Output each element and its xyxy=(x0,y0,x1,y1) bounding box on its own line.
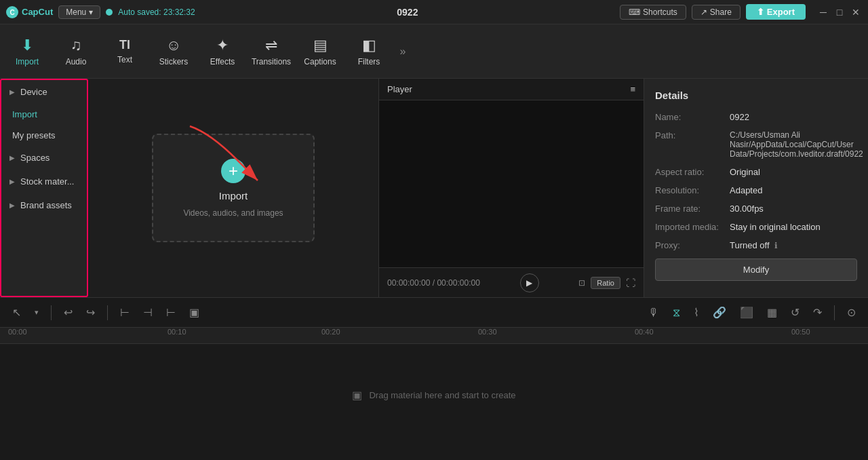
ruler-track: 00:00 00:10 00:20 00:30 00:40 00:50 xyxy=(8,328,860,343)
ratio-button[interactable]: Ratio xyxy=(591,277,620,289)
player-controls: 00:00:00:00 / 00:00:00:00 ▶ ⊡ Ratio ⛶ xyxy=(379,267,644,297)
undo-action-button[interactable]: ↺ xyxy=(787,303,804,322)
detail-path: Path: C:/Users/Usman Ali Nasir/AppData/L… xyxy=(655,130,857,159)
fullscreen-button[interactable]: ⛶ xyxy=(626,277,635,288)
text-icon: TI xyxy=(119,38,130,52)
redo-action-button[interactable]: ↷ xyxy=(809,303,826,322)
toolbar-item-stickers[interactable]: ☺ Stickers xyxy=(149,27,198,76)
player-right-controls: ⊡ Ratio ⛶ xyxy=(578,277,635,289)
ruler-mark-0: 00:00 xyxy=(8,328,27,336)
ruler-mark-5: 00:50 xyxy=(791,328,810,336)
app-logo: C CapCut xyxy=(5,5,53,19)
menu-button[interactable]: Menu ▾ xyxy=(58,5,100,19)
detail-aspect-ratio: Aspect ratio: Original xyxy=(655,167,857,177)
sidebar: ▶ Device Import My presets ▶ Spaces ▶ St… xyxy=(0,79,88,297)
audio-icon: ♫ xyxy=(71,37,82,54)
details-panel: Details Name: 0922 Path: C:/Users/Usman … xyxy=(644,79,868,297)
minimize-button[interactable]: ─ xyxy=(816,5,830,19)
trim-right-button[interactable]: ⊢ xyxy=(162,303,180,322)
details-title: Details xyxy=(655,90,857,101)
settings-button[interactable]: ⊙ xyxy=(843,303,860,322)
toolbar: ⬇ Import ♫ Audio TI Text ☺ Stickers ✦ Ef… xyxy=(0,24,868,79)
svg-text:C: C xyxy=(9,9,14,16)
window-controls: ─ □ ✕ xyxy=(816,5,863,19)
detail-name: Name: 0922 xyxy=(655,112,857,122)
import-plus-icon: + xyxy=(221,159,245,183)
player-panel: Player ≡ 00:00:00:00 / 00:00:00:00 ▶ ⊡ R… xyxy=(378,79,644,297)
ruler-mark-1: 00:10 xyxy=(167,328,186,336)
effects-icon: ✦ xyxy=(216,37,229,54)
align-button[interactable]: ⬛ xyxy=(736,303,757,322)
sidebar-item-stock-material[interactable]: ▶ Stock mater... xyxy=(1,170,87,193)
autosave-indicator: Auto saved: 23:32:32 xyxy=(106,7,195,17)
magnet-button[interactable]: ⧖ xyxy=(669,304,684,322)
timeline: ↖ ▾ ↩ ↪ ⊢ ⊣ ⊢ ▣ 🎙 ⧖ ⌇ 🔗 ⬛ ▦ ↺ ↷ ⊙ 00:00 … xyxy=(0,297,868,446)
drag-material-icon: ▣ xyxy=(352,389,362,402)
toolbar-separator xyxy=(51,305,52,320)
toolbar-item-captions[interactable]: ▤ Captions xyxy=(296,27,344,76)
toolbar-item-import[interactable]: ⬇ Import xyxy=(3,27,52,76)
chevron-right-icon: ▶ xyxy=(9,88,15,96)
play-button[interactable]: ▶ xyxy=(520,273,539,292)
content-area: + Import Videos, audios, and images xyxy=(88,79,378,297)
split-audio-button[interactable]: ⌇ xyxy=(690,303,703,322)
import-icon: ⬇ xyxy=(21,37,33,54)
timeline-body: ▣ Drag material here and start to create xyxy=(0,344,868,446)
ruler-mark-3: 00:30 xyxy=(478,328,497,336)
modify-button[interactable]: Modify xyxy=(655,258,857,281)
toolbar-more-button[interactable]: » xyxy=(393,27,412,76)
filters-icon: ◧ xyxy=(362,37,376,54)
ruler-mark-4: 00:40 xyxy=(635,328,654,336)
sidebar-item-brand-assets[interactable]: ▶ Brand assets xyxy=(1,193,87,217)
titlebar-right: ⌨ Shortcuts ↗ Share ⬆ Export ─ □ ✕ xyxy=(620,4,863,20)
sidebar-item-my-presets[interactable]: My presets xyxy=(1,125,87,146)
toolbar-item-effects[interactable]: ✦ Effects xyxy=(198,27,247,76)
shortcuts-button[interactable]: ⌨ Shortcuts xyxy=(620,5,686,20)
player-body xyxy=(379,100,644,267)
player-menu-icon[interactable]: ≡ xyxy=(630,84,635,94)
detail-resolution: Resolution: Adapted xyxy=(655,185,857,195)
toolbar-item-filters[interactable]: ◧ Filters xyxy=(344,27,393,76)
titlebar: C CapCut Menu ▾ Auto saved: 23:32:32 092… xyxy=(0,0,868,24)
timeline-toolbar: ↖ ▾ ↩ ↪ ⊢ ⊣ ⊢ ▣ 🎙 ⧖ ⌇ 🔗 ⬛ ▦ ↺ ↷ ⊙ xyxy=(0,298,868,328)
share-button[interactable]: ↗ Share xyxy=(692,5,741,20)
camera-icon[interactable]: ⊡ xyxy=(578,278,585,288)
microphone-button[interactable]: 🎙 xyxy=(644,304,663,322)
sidebar-item-device[interactable]: ▶ Device xyxy=(1,80,87,104)
redo-button[interactable]: ↪ xyxy=(82,303,99,322)
autosave-dot xyxy=(106,9,113,16)
player-timecode: 00:00:00:00 / 00:00:00:00 xyxy=(387,278,480,288)
player-header: Player ≡ xyxy=(379,79,644,100)
main-area: ▶ Device Import My presets ▶ Spaces ▶ St… xyxy=(0,79,868,297)
sidebar-item-spaces[interactable]: ▶ Spaces xyxy=(1,146,87,170)
detail-proxy: Proxy: Turned off ℹ xyxy=(655,240,857,250)
split-button[interactable]: ⊢ xyxy=(116,303,134,322)
chevron-right-icon: ▶ xyxy=(9,154,15,161)
toolbar-item-audio[interactable]: ♫ Audio xyxy=(52,27,100,76)
trim-left-button[interactable]: ⊣ xyxy=(139,303,157,322)
captions-icon: ▤ xyxy=(313,37,328,54)
close-button[interactable]: ✕ xyxy=(849,5,863,19)
transitions-icon: ⇌ xyxy=(265,37,277,54)
chevron-right-icon: ▶ xyxy=(9,178,15,185)
subtitle-button[interactable]: ▦ xyxy=(763,303,781,322)
toolbar-item-text[interactable]: TI Text xyxy=(100,27,149,76)
toolbar-separator-3 xyxy=(834,305,835,320)
detail-frame-rate: Frame rate: 30.00fps xyxy=(655,204,857,214)
import-dropzone[interactable]: + Import Videos, audios, and images xyxy=(152,134,315,242)
select-dropdown-button[interactable]: ▾ xyxy=(31,305,43,320)
crop-button[interactable]: ▣ xyxy=(185,303,203,322)
link-button[interactable]: 🔗 xyxy=(709,303,730,322)
toolbar-item-transitions[interactable]: ⇌ Transitions xyxy=(247,27,296,76)
maximize-button[interactable]: □ xyxy=(833,5,846,19)
ruler-mark-2: 00:20 xyxy=(321,328,340,336)
export-button[interactable]: ⬆ Export xyxy=(746,4,806,20)
undo-button[interactable]: ↩ xyxy=(60,303,77,322)
drag-material-label: Drag material here and start to create xyxy=(369,390,515,400)
toolbar-separator-2 xyxy=(107,305,108,320)
stickers-icon: ☺ xyxy=(166,37,181,54)
select-tool-button[interactable]: ↖ xyxy=(8,303,25,322)
info-icon[interactable]: ℹ xyxy=(774,241,778,250)
sidebar-item-import[interactable]: Import xyxy=(1,104,87,125)
detail-imported-media: Imported media: Stay in original locatio… xyxy=(655,222,857,232)
